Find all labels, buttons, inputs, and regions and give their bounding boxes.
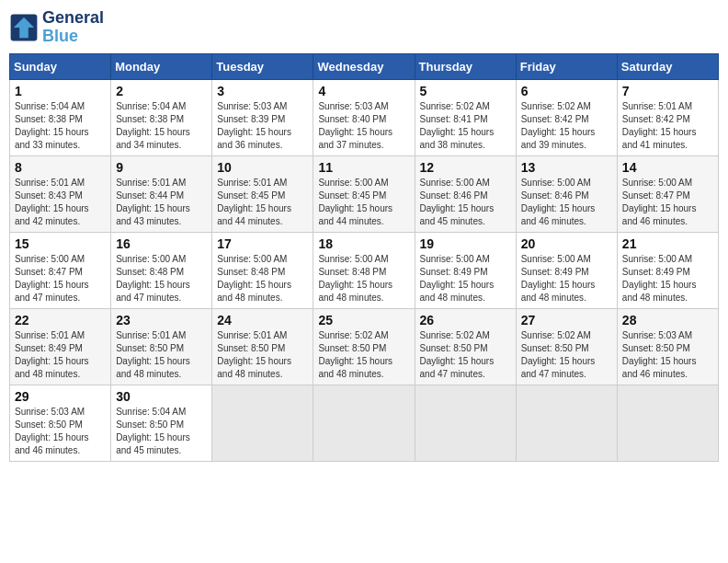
day-info: Sunrise: 5:00 AM Sunset: 8:45 PM Dayligh… [318, 177, 409, 228]
day-number: 16 [116, 236, 207, 251]
day-info: Sunrise: 5:00 AM Sunset: 8:49 PM Dayligh… [420, 253, 511, 304]
calendar-week-row: 22Sunrise: 5:01 AM Sunset: 8:49 PM Dayli… [10, 308, 719, 385]
calendar-day-cell: 27Sunrise: 5:02 AM Sunset: 8:50 PM Dayli… [516, 308, 617, 385]
calendar-day-cell: 1Sunrise: 5:04 AM Sunset: 8:38 PM Daylig… [10, 79, 111, 155]
calendar-day-cell: 15Sunrise: 5:00 AM Sunset: 8:47 PM Dayli… [10, 232, 111, 308]
day-number: 23 [116, 313, 207, 327]
day-number: 11 [318, 160, 409, 175]
day-number: 15 [15, 236, 106, 251]
day-info: Sunrise: 5:01 AM Sunset: 8:49 PM Dayligh… [15, 329, 106, 381]
day-info: Sunrise: 5:01 AM Sunset: 8:42 PM Dayligh… [622, 100, 713, 152]
calendar-day-cell: 30Sunrise: 5:04 AM Sunset: 8:50 PM Dayli… [111, 385, 212, 461]
day-info: Sunrise: 5:02 AM Sunset: 8:50 PM Dayligh… [318, 329, 409, 381]
calendar-day-cell: 12Sunrise: 5:00 AM Sunset: 8:46 PM Dayli… [415, 155, 516, 232]
day-number: 28 [622, 313, 713, 327]
day-info: Sunrise: 5:01 AM Sunset: 8:45 PM Dayligh… [217, 177, 308, 228]
day-number: 27 [521, 313, 612, 327]
day-number: 8 [15, 160, 106, 175]
day-info: Sunrise: 5:01 AM Sunset: 8:43 PM Dayligh… [15, 177, 106, 228]
day-info: Sunrise: 5:00 AM Sunset: 8:47 PM Dayligh… [15, 253, 106, 304]
day-number: 29 [15, 389, 106, 404]
calendar-day-cell: 23Sunrise: 5:01 AM Sunset: 8:50 PM Dayli… [111, 308, 212, 385]
calendar-day-cell: 17Sunrise: 5:00 AM Sunset: 8:48 PM Dayli… [212, 232, 313, 308]
day-info: Sunrise: 5:02 AM Sunset: 8:41 PM Dayligh… [420, 100, 511, 152]
weekday-header: Friday [516, 53, 617, 79]
day-number: 26 [420, 313, 511, 327]
calendar-day-cell: 11Sunrise: 5:00 AM Sunset: 8:45 PM Dayli… [313, 155, 415, 232]
day-info: Sunrise: 5:04 AM Sunset: 8:50 PM Dayligh… [116, 406, 207, 457]
day-info: Sunrise: 5:01 AM Sunset: 8:44 PM Dayligh… [116, 177, 207, 228]
day-info: Sunrise: 5:02 AM Sunset: 8:42 PM Dayligh… [521, 100, 612, 152]
day-info: Sunrise: 5:02 AM Sunset: 8:50 PM Dayligh… [521, 329, 612, 381]
calendar-day-cell: 6Sunrise: 5:02 AM Sunset: 8:42 PM Daylig… [516, 79, 617, 155]
day-info: Sunrise: 5:01 AM Sunset: 8:50 PM Dayligh… [217, 329, 308, 381]
calendar-day-cell: 20Sunrise: 5:00 AM Sunset: 8:49 PM Dayli… [516, 232, 617, 308]
day-number: 5 [420, 84, 511, 98]
day-number: 17 [217, 236, 308, 251]
calendar-day-cell [516, 385, 617, 461]
weekday-header: Wednesday [313, 53, 415, 79]
day-info: Sunrise: 5:00 AM Sunset: 8:48 PM Dayligh… [217, 253, 308, 304]
day-number: 25 [318, 313, 409, 327]
day-number: 19 [420, 236, 511, 251]
calendar-day-cell [313, 385, 415, 461]
day-number: 10 [217, 160, 308, 175]
calendar-day-cell: 5Sunrise: 5:02 AM Sunset: 8:41 PM Daylig… [415, 79, 516, 155]
weekday-header: Thursday [415, 53, 516, 79]
day-number: 2 [116, 84, 207, 98]
calendar-day-cell: 8Sunrise: 5:01 AM Sunset: 8:43 PM Daylig… [10, 155, 111, 232]
calendar-day-cell: 19Sunrise: 5:00 AM Sunset: 8:49 PM Dayli… [415, 232, 516, 308]
logo: General Blue [9, 9, 104, 46]
day-info: Sunrise: 5:03 AM Sunset: 8:50 PM Dayligh… [15, 406, 106, 457]
calendar-day-cell: 4Sunrise: 5:03 AM Sunset: 8:40 PM Daylig… [313, 79, 415, 155]
day-info: Sunrise: 5:00 AM Sunset: 8:49 PM Dayligh… [622, 253, 713, 304]
calendar-day-cell: 29Sunrise: 5:03 AM Sunset: 8:50 PM Dayli… [10, 385, 111, 461]
calendar-day-cell: 13Sunrise: 5:00 AM Sunset: 8:46 PM Dayli… [516, 155, 617, 232]
calendar-day-cell: 18Sunrise: 5:00 AM Sunset: 8:48 PM Dayli… [313, 232, 415, 308]
day-number: 1 [15, 84, 106, 98]
day-number: 4 [318, 84, 409, 98]
day-number: 12 [420, 160, 511, 175]
calendar-week-row: 15Sunrise: 5:00 AM Sunset: 8:47 PM Dayli… [10, 232, 719, 308]
day-number: 3 [217, 84, 308, 98]
calendar-day-cell: 16Sunrise: 5:00 AM Sunset: 8:48 PM Dayli… [111, 232, 212, 308]
calendar-day-cell: 3Sunrise: 5:03 AM Sunset: 8:39 PM Daylig… [212, 79, 313, 155]
day-number: 22 [15, 313, 106, 327]
calendar-day-cell [617, 385, 718, 461]
weekday-header: Saturday [617, 53, 718, 79]
day-info: Sunrise: 5:04 AM Sunset: 8:38 PM Dayligh… [116, 100, 207, 152]
weekday-header: Sunday [10, 53, 111, 79]
day-info: Sunrise: 5:03 AM Sunset: 8:39 PM Dayligh… [217, 100, 308, 152]
day-info: Sunrise: 5:00 AM Sunset: 8:46 PM Dayligh… [521, 177, 612, 228]
day-info: Sunrise: 5:01 AM Sunset: 8:50 PM Dayligh… [116, 329, 207, 381]
day-info: Sunrise: 5:04 AM Sunset: 8:38 PM Dayligh… [15, 100, 106, 152]
calendar-body: 1Sunrise: 5:04 AM Sunset: 8:38 PM Daylig… [10, 79, 719, 461]
day-info: Sunrise: 5:00 AM Sunset: 8:48 PM Dayligh… [318, 253, 409, 304]
calendar-day-cell: 7Sunrise: 5:01 AM Sunset: 8:42 PM Daylig… [617, 79, 718, 155]
calendar-day-cell: 2Sunrise: 5:04 AM Sunset: 8:38 PM Daylig… [111, 79, 212, 155]
calendar-day-cell [212, 385, 313, 461]
weekday-header: Monday [111, 53, 212, 79]
day-number: 30 [116, 389, 207, 404]
calendar-day-cell: 22Sunrise: 5:01 AM Sunset: 8:49 PM Dayli… [10, 308, 111, 385]
calendar-table: SundayMondayTuesdayWednesdayThursdayFrid… [9, 53, 719, 462]
weekday-header: Tuesday [212, 53, 313, 79]
calendar-day-cell: 14Sunrise: 5:00 AM Sunset: 8:47 PM Dayli… [617, 155, 718, 232]
day-info: Sunrise: 5:00 AM Sunset: 8:46 PM Dayligh… [420, 177, 511, 228]
calendar-week-row: 29Sunrise: 5:03 AM Sunset: 8:50 PM Dayli… [10, 385, 719, 461]
day-info: Sunrise: 5:00 AM Sunset: 8:48 PM Dayligh… [116, 253, 207, 304]
calendar-day-cell: 21Sunrise: 5:00 AM Sunset: 8:49 PM Dayli… [617, 232, 718, 308]
calendar-day-cell: 10Sunrise: 5:01 AM Sunset: 8:45 PM Dayli… [212, 155, 313, 232]
day-number: 9 [116, 160, 207, 175]
day-number: 13 [521, 160, 612, 175]
day-info: Sunrise: 5:03 AM Sunset: 8:50 PM Dayligh… [622, 329, 713, 381]
day-info: Sunrise: 5:02 AM Sunset: 8:50 PM Dayligh… [420, 329, 511, 381]
calendar-day-cell: 9Sunrise: 5:01 AM Sunset: 8:44 PM Daylig… [111, 155, 212, 232]
calendar-header-row: SundayMondayTuesdayWednesdayThursdayFrid… [10, 53, 719, 79]
day-info: Sunrise: 5:00 AM Sunset: 8:49 PM Dayligh… [521, 253, 612, 304]
logo-text: General Blue [42, 9, 104, 46]
calendar-day-cell: 26Sunrise: 5:02 AM Sunset: 8:50 PM Dayli… [415, 308, 516, 385]
day-info: Sunrise: 5:00 AM Sunset: 8:47 PM Dayligh… [622, 177, 713, 228]
day-number: 6 [521, 84, 612, 98]
day-number: 7 [622, 84, 713, 98]
